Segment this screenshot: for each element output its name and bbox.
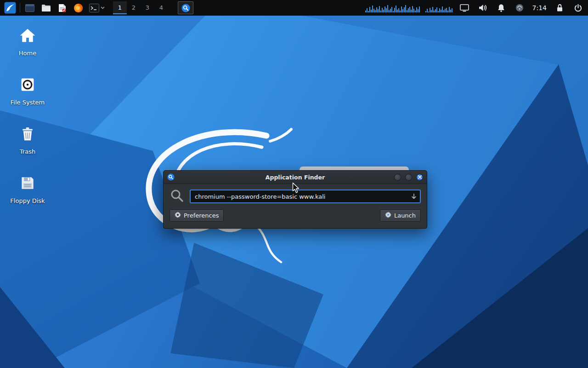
workspace-1[interactable]: 1 (113, 1, 127, 14)
desktop-icon-label: Floppy Disk (8, 197, 47, 204)
lock-icon[interactable] (553, 1, 566, 14)
taskbar-application-finder[interactable] (178, 1, 193, 14)
desktop-icon-label: Home (8, 50, 47, 57)
dropdown-arrow-icon[interactable] (410, 193, 418, 200)
clock[interactable]: 7:14 (531, 4, 548, 12)
titlebar[interactable]: Application Finder (164, 171, 427, 184)
workspace-switcher: 1 2 3 4 (113, 1, 168, 14)
text-editor-icon[interactable] (56, 1, 68, 14)
desktop-icon-floppy-disk[interactable]: Floppy Disk (8, 174, 47, 204)
applications-menu-button[interactable] (4, 1, 17, 14)
desktop-icon-label: File System (8, 99, 47, 106)
close-icon (418, 175, 422, 179)
launch-label: Launch (394, 212, 416, 219)
status-tray-icon[interactable] (513, 1, 526, 14)
application-finder-icon (181, 4, 190, 12)
panel-separator (20, 3, 20, 12)
finder-body: Preferences Launch (164, 184, 427, 227)
display-icon[interactable] (458, 1, 471, 14)
net-graph[interactable] (425, 3, 452, 12)
terminal-launcher[interactable] (88, 1, 106, 14)
search-icon (170, 188, 184, 205)
chevron-down-icon (101, 6, 105, 9)
close-button[interactable] (416, 174, 423, 181)
desktop-icon-file-system[interactable]: File System (8, 76, 47, 106)
application-finder-icon (167, 173, 175, 181)
file-manager-icon[interactable] (40, 1, 52, 14)
workspace-4[interactable]: 4 (154, 1, 168, 14)
hard-drive-icon (8, 76, 47, 94)
floppy-disk-icon (8, 174, 47, 193)
launch-icon (385, 212, 391, 219)
desktop-icon-home[interactable]: Home (8, 27, 47, 57)
search-input[interactable] (190, 190, 421, 203)
window-app-icon[interactable] (23, 1, 36, 14)
preferences-label: Preferences (184, 212, 219, 219)
minimize-button[interactable] (394, 174, 401, 181)
top-panel: 1 2 3 4 7:14 (0, 0, 588, 16)
workspace-2[interactable]: 2 (127, 1, 141, 14)
firefox-icon[interactable] (72, 1, 85, 14)
volume-icon[interactable] (476, 1, 489, 14)
desktop-icon-trash[interactable]: Trash (8, 125, 47, 155)
desktop-icon-label: Trash (8, 148, 47, 155)
launch-button[interactable]: Launch (380, 209, 421, 222)
panel-right-tray: 7:14 (365, 1, 584, 14)
trash-icon (8, 125, 47, 144)
home-icon (8, 27, 47, 45)
notifications-bell-icon[interactable] (495, 1, 508, 14)
power-icon[interactable] (571, 1, 584, 14)
gear-icon (175, 212, 181, 219)
preferences-button[interactable]: Preferences (170, 209, 224, 222)
application-finder-window: Application Finder (163, 170, 427, 229)
search-input-wrap (190, 190, 421, 203)
window-title: Application Finder (164, 174, 427, 181)
cpu-graph[interactable] (365, 3, 420, 12)
workspace-3[interactable]: 3 (141, 1, 154, 14)
maximize-button[interactable] (405, 174, 412, 181)
